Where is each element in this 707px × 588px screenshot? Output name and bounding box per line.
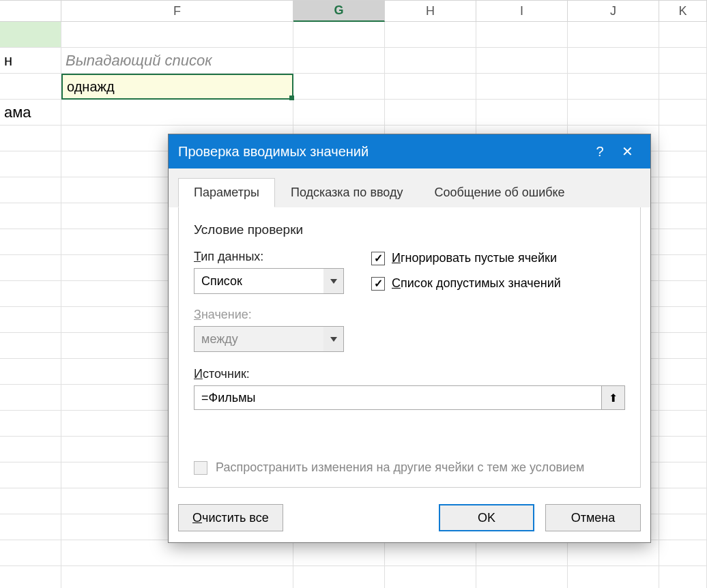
column-header-I[interactable]: I xyxy=(476,0,568,22)
cell[interactable] xyxy=(0,307,61,333)
cell[interactable] xyxy=(568,22,659,48)
cell[interactable] xyxy=(659,540,707,566)
cell[interactable]: Выпадающий список xyxy=(61,48,293,74)
tab-error-alert[interactable]: Сообщение об ошибке xyxy=(418,178,580,207)
cell[interactable] xyxy=(0,229,61,255)
value-select-dropdown-button xyxy=(323,326,344,352)
cell[interactable] xyxy=(0,255,61,281)
cell[interactable] xyxy=(659,566,707,588)
cell[interactable] xyxy=(0,385,61,411)
cell[interactable] xyxy=(0,540,61,566)
cell[interactable] xyxy=(659,462,707,488)
cell[interactable] xyxy=(0,126,61,151)
cell[interactable] xyxy=(0,488,61,514)
cell[interactable] xyxy=(0,74,61,100)
cell[interactable] xyxy=(385,74,476,100)
cell[interactable] xyxy=(659,333,707,359)
cell[interactable] xyxy=(0,411,61,437)
column-header-G[interactable]: G xyxy=(293,0,385,22)
cell[interactable] xyxy=(659,281,707,307)
cell[interactable] xyxy=(293,48,385,74)
cell[interactable] xyxy=(385,540,476,566)
ignore-blank-checkbox[interactable] xyxy=(371,252,385,265)
cell[interactable] xyxy=(385,566,476,588)
cell[interactable] xyxy=(659,48,707,74)
dialog-buttons: Очистить все OK Отмена xyxy=(169,497,650,542)
cell[interactable] xyxy=(659,229,707,255)
cell[interactable] xyxy=(0,566,61,588)
active-cell[interactable]: однажд xyxy=(61,74,293,100)
cell[interactable] xyxy=(61,540,293,566)
dialog-titlebar[interactable]: Проверка вводимых значений ? ✕ xyxy=(169,134,650,168)
cell[interactable] xyxy=(659,359,707,385)
in-cell-dropdown-checkbox[interactable] xyxy=(371,277,385,291)
clear-all-button[interactable]: Очистить все xyxy=(178,504,283,531)
column-header-K[interactable]: K xyxy=(659,0,707,22)
cell[interactable] xyxy=(659,255,707,281)
type-select[interactable]: Список xyxy=(194,268,344,294)
cell[interactable] xyxy=(0,462,61,488)
cell[interactable] xyxy=(61,22,293,48)
cell[interactable] xyxy=(659,126,707,151)
cell[interactable] xyxy=(568,100,659,126)
close-button[interactable]: ✕ xyxy=(614,143,641,160)
cell[interactable]: н xyxy=(0,48,61,74)
cell[interactable] xyxy=(659,100,707,126)
ok-button[interactable]: OK xyxy=(439,504,534,531)
column-header-partial[interactable] xyxy=(0,0,61,22)
column-header-J[interactable]: J xyxy=(568,0,659,22)
cell[interactable] xyxy=(659,22,707,48)
tab-parameters[interactable]: Параметры xyxy=(178,178,275,207)
cell[interactable] xyxy=(385,22,476,48)
cell[interactable] xyxy=(293,74,385,100)
cell[interactable] xyxy=(0,203,61,229)
cell[interactable] xyxy=(293,22,385,48)
cell[interactable] xyxy=(659,514,707,540)
cell[interactable] xyxy=(659,203,707,229)
cell[interactable] xyxy=(568,566,659,588)
type-select-input[interactable]: Список xyxy=(194,268,344,294)
type-select-dropdown-button[interactable] xyxy=(323,268,344,294)
cell[interactable] xyxy=(0,281,61,307)
cell[interactable] xyxy=(61,100,293,126)
cell[interactable] xyxy=(0,177,61,203)
tab-input-message[interactable]: Подсказка по вводу xyxy=(275,178,418,207)
cell[interactable] xyxy=(476,74,568,100)
cell[interactable] xyxy=(659,437,707,462)
cell[interactable] xyxy=(476,100,568,126)
cell[interactable] xyxy=(293,540,385,566)
column-header-H[interactable]: H xyxy=(385,0,476,22)
cell[interactable] xyxy=(293,566,385,588)
cell[interactable] xyxy=(0,359,61,385)
cancel-button[interactable]: Отмена xyxy=(545,504,641,531)
cell[interactable] xyxy=(659,151,707,177)
cell[interactable] xyxy=(476,566,568,588)
cell[interactable] xyxy=(476,540,568,566)
cell[interactable] xyxy=(0,514,61,540)
column-header-F[interactable]: F xyxy=(61,0,293,22)
cell[interactable] xyxy=(476,48,568,74)
cell[interactable] xyxy=(0,333,61,359)
cell[interactable] xyxy=(659,411,707,437)
cell[interactable] xyxy=(659,488,707,514)
help-button[interactable]: ? xyxy=(586,144,614,160)
cell[interactable] xyxy=(0,151,61,177)
cell[interactable] xyxy=(61,566,293,588)
cell[interactable] xyxy=(568,540,659,566)
source-input[interactable] xyxy=(194,385,602,410)
cell[interactable] xyxy=(659,177,707,203)
cell[interactable] xyxy=(385,48,476,74)
row xyxy=(0,566,707,588)
cell[interactable] xyxy=(568,48,659,74)
range-selector-button[interactable]: ⬆ xyxy=(602,385,625,410)
cell[interactable] xyxy=(476,22,568,48)
cell[interactable] xyxy=(293,100,385,126)
cell[interactable] xyxy=(385,100,476,126)
cell[interactable] xyxy=(568,74,659,100)
cell[interactable] xyxy=(659,307,707,333)
cell[interactable] xyxy=(659,385,707,411)
cell[interactable] xyxy=(0,437,61,462)
cell[interactable]: ама xyxy=(0,100,61,126)
cell[interactable] xyxy=(0,22,61,48)
cell[interactable] xyxy=(659,74,707,100)
